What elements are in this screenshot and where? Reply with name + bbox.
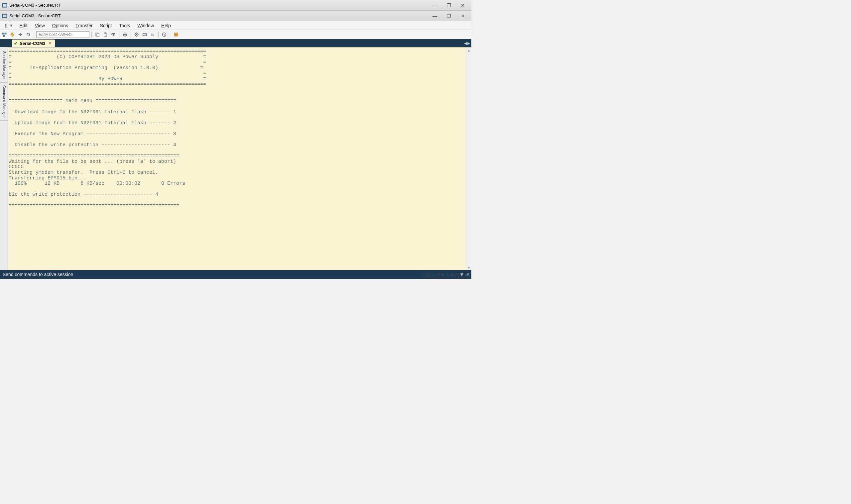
help-icon[interactable]: ?: [161, 31, 168, 38]
toolbar: 0x ?: [0, 30, 472, 39]
tabs-row: ✔ Serial-COM3 ✕ ◀ ▶: [0, 39, 472, 47]
reconnect-icon[interactable]: [24, 31, 32, 38]
tab-prev-icon[interactable]: ◀: [464, 41, 467, 46]
svg-rect-23: [143, 34, 146, 35]
theme-icon[interactable]: [172, 31, 179, 38]
maximize-button[interactable]: ❐: [442, 1, 456, 10]
vertical-scrollbar[interactable]: ▲ ▼: [466, 48, 472, 270]
session-manager-icon[interactable]: [1, 31, 8, 38]
paste-icon[interactable]: [102, 31, 109, 38]
menu-window[interactable]: Window: [134, 22, 157, 29]
svg-rect-14: [124, 33, 126, 34]
svg-point-17: [136, 34, 137, 35]
dropdown-icon[interactable]: ▼: [459, 272, 464, 277]
terminal-output[interactable]: ========================================…: [8, 48, 466, 270]
menu-script[interactable]: Script: [97, 22, 116, 29]
svg-rect-1: [3, 4, 7, 7]
tab-next-icon[interactable]: ▶: [467, 41, 470, 46]
sidetab-command-manager[interactable]: Command Manager: [0, 83, 8, 121]
separator: [170, 31, 170, 38]
menu-view[interactable]: View: [32, 22, 48, 29]
svg-rect-3: [3, 15, 7, 17]
svg-rect-10: [105, 33, 106, 34]
tab-serial-com3[interactable]: ✔ Serial-COM3 ✕: [12, 39, 55, 47]
minimize-button[interactable]: —: [428, 1, 441, 10]
svg-rect-28: [175, 34, 177, 35]
close-button[interactable]: ✕: [456, 1, 469, 10]
connected-icon: ✔: [14, 41, 18, 46]
separator: [34, 31, 34, 38]
side-tabs: Session Manager Command Manager: [0, 47, 8, 270]
menu-edit[interactable]: Edit: [16, 22, 31, 29]
scroll-up-icon[interactable]: ▲: [466, 48, 472, 53]
app-icon: [2, 3, 7, 8]
menu-file[interactable]: File: [1, 22, 16, 29]
scroll-down-icon[interactable]: ▼: [466, 265, 472, 270]
close-panel-icon[interactable]: ✕: [466, 272, 470, 277]
hex-icon[interactable]: 0x: [149, 31, 156, 38]
host-input[interactable]: [36, 31, 89, 38]
svg-text:0x: 0x: [151, 33, 155, 37]
command-bar-placeholder: Send commands to active session: [3, 272, 73, 277]
separator: [131, 31, 131, 38]
command-bar[interactable]: Send commands to active session ▼ ✕: [0, 270, 472, 279]
inner-titlebar: Serial-COM3 - SecureCRT — ❐ ✕: [0, 11, 472, 21]
separator: [91, 31, 92, 38]
connect-in-tab-icon[interactable]: [17, 31, 24, 38]
separator: [158, 31, 159, 38]
app-icon: [2, 13, 7, 19]
print-icon[interactable]: [121, 31, 129, 38]
outer-window-title: Serial-COM3 - SecureCRT: [9, 3, 428, 7]
svg-rect-5: [5, 33, 6, 34]
menu-bar: File Edit View Options Transfer Script T…: [0, 21, 472, 30]
session-options-icon[interactable]: [141, 31, 148, 38]
inner-window-title: Serial-COM3 - SecureCRT: [9, 13, 428, 18]
tab-nav-arrows: ◀ ▶: [464, 41, 470, 46]
find-icon[interactable]: [110, 31, 117, 38]
svg-rect-6: [3, 35, 5, 37]
sidetab-session-manager[interactable]: Session Manager: [0, 49, 8, 83]
tab-close-icon[interactable]: ✕: [47, 41, 53, 46]
quick-connect-icon[interactable]: [8, 31, 16, 38]
close-button[interactable]: ✕: [456, 12, 469, 20]
outer-titlebar: Serial-COM3 - SecureCRT — ❐ ✕: [0, 0, 472, 11]
separator: [119, 31, 119, 38]
menu-options[interactable]: Options: [49, 22, 71, 29]
workspace: Session Manager Command Manager ========…: [0, 47, 472, 270]
svg-point-12: [113, 33, 115, 35]
svg-rect-8: [97, 34, 99, 37]
restore-button[interactable]: ❐: [442, 12, 456, 20]
copy-icon[interactable]: [94, 31, 101, 38]
menu-transfer[interactable]: Transfer: [72, 22, 96, 29]
outer-window-controls: — ❐ ✕: [428, 1, 469, 10]
menu-help[interactable]: Help: [158, 22, 174, 29]
inner-window-controls: — ❐ ✕: [428, 12, 469, 20]
minimize-button[interactable]: —: [428, 12, 441, 20]
svg-text:?: ?: [163, 33, 165, 36]
settings-icon[interactable]: [133, 31, 140, 38]
terminal-panel: ========================================…: [8, 47, 472, 270]
svg-point-11: [112, 33, 113, 35]
scroll-track[interactable]: [466, 53, 472, 265]
tab-label: Serial-COM3: [20, 41, 45, 46]
svg-rect-15: [124, 35, 126, 36]
svg-rect-4: [2, 33, 4, 34]
menu-tools[interactable]: Tools: [116, 22, 134, 29]
status-bar: [0, 279, 472, 279]
